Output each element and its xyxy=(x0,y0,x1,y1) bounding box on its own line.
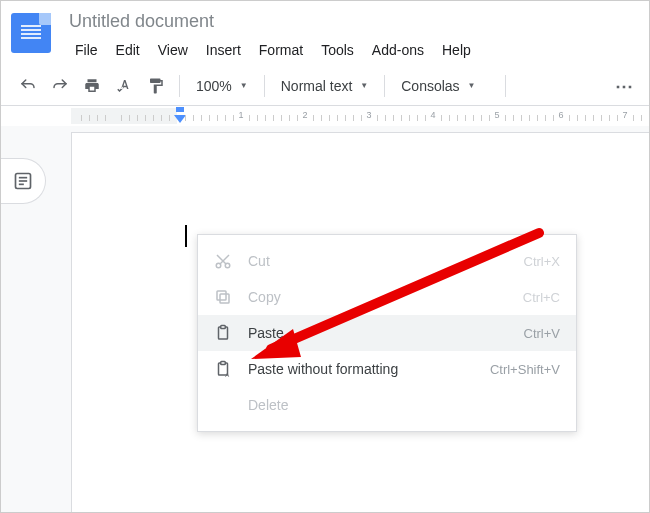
font-combo[interactable]: Consolas ▼ xyxy=(395,73,495,99)
context-menu-cut[interactable]: Cut Ctrl+X xyxy=(198,243,576,279)
svg-rect-10 xyxy=(220,294,229,303)
text-cursor xyxy=(185,225,187,247)
cut-icon xyxy=(214,252,232,270)
zoom-value: 100% xyxy=(196,78,232,94)
menu-view[interactable]: View xyxy=(150,38,196,62)
context-menu-copy-label: Copy xyxy=(248,289,523,305)
menu-file[interactable]: File xyxy=(67,38,106,62)
dropdown-arrow-icon: ▼ xyxy=(468,81,476,90)
workspace: Cut Ctrl+X Copy Ctrl+C Paste Ctrl+V A Pa… xyxy=(1,126,649,513)
svg-rect-15 xyxy=(221,362,226,365)
app-header: Untitled document File Edit View Insert … xyxy=(1,1,649,62)
menu-help[interactable]: Help xyxy=(434,38,479,62)
menu-insert[interactable]: Insert xyxy=(198,38,249,62)
docs-logo-icon xyxy=(11,13,51,53)
menu-bar: File Edit View Insert Format Tools Add-o… xyxy=(67,38,639,62)
menu-format[interactable]: Format xyxy=(251,38,311,62)
paste-no-format-icon: A xyxy=(214,360,232,378)
context-menu: Cut Ctrl+X Copy Ctrl+C Paste Ctrl+V A Pa… xyxy=(197,234,577,432)
menu-addons[interactable]: Add-ons xyxy=(364,38,432,62)
svg-rect-0 xyxy=(176,107,184,112)
copy-icon xyxy=(214,288,232,306)
paste-icon xyxy=(214,324,232,342)
menu-tools[interactable]: Tools xyxy=(313,38,362,62)
undo-button[interactable] xyxy=(15,73,41,99)
context-menu-cut-label: Cut xyxy=(248,253,524,269)
redo-button[interactable] xyxy=(47,73,73,99)
svg-rect-11 xyxy=(217,291,226,300)
document-title[interactable]: Untitled document xyxy=(67,7,639,36)
blank-icon xyxy=(214,396,232,414)
zoom-combo[interactable]: 100% ▼ xyxy=(190,73,254,99)
menu-edit[interactable]: Edit xyxy=(108,38,148,62)
dropdown-arrow-icon: ▼ xyxy=(240,81,248,90)
context-menu-paste-label: Paste xyxy=(248,325,524,341)
context-menu-paste-shortcut: Ctrl+V xyxy=(524,326,560,341)
context-menu-paste-no-format[interactable]: A Paste without formatting Ctrl+Shift+V xyxy=(198,351,576,387)
font-value: Consolas xyxy=(401,78,459,94)
print-button[interactable] xyxy=(79,73,105,99)
style-combo[interactable]: Normal text ▼ xyxy=(275,73,375,99)
toolbar-separator xyxy=(179,75,180,97)
title-area: Untitled document File Edit View Insert … xyxy=(67,7,639,62)
context-menu-copy-shortcut: Ctrl+C xyxy=(523,290,560,305)
toolbar-separator xyxy=(264,75,265,97)
outline-toggle-button[interactable] xyxy=(0,158,46,204)
svg-text:A: A xyxy=(225,372,229,378)
context-menu-cut-shortcut: Ctrl+X xyxy=(524,254,560,269)
context-menu-copy[interactable]: Copy Ctrl+C xyxy=(198,279,576,315)
toolbar: 100% ▼ Normal text ▼ Consolas ▼ ⋯ xyxy=(1,66,649,106)
more-button[interactable]: ⋯ xyxy=(615,75,635,97)
toolbar-separator xyxy=(384,75,385,97)
style-value: Normal text xyxy=(281,78,353,94)
ruler[interactable]: 123456789 xyxy=(1,106,649,126)
spellcheck-button[interactable] xyxy=(111,73,137,99)
dropdown-arrow-icon: ▼ xyxy=(360,81,368,90)
context-menu-paste-no-format-shortcut: Ctrl+Shift+V xyxy=(490,362,560,377)
context-menu-paste[interactable]: Paste Ctrl+V xyxy=(198,315,576,351)
context-menu-paste-no-format-label: Paste without formatting xyxy=(248,361,490,377)
context-menu-delete[interactable]: Delete xyxy=(198,387,576,423)
toolbar-separator xyxy=(505,75,506,97)
svg-rect-13 xyxy=(221,326,226,329)
paint-format-button[interactable] xyxy=(143,73,169,99)
context-menu-delete-label: Delete xyxy=(248,397,560,413)
